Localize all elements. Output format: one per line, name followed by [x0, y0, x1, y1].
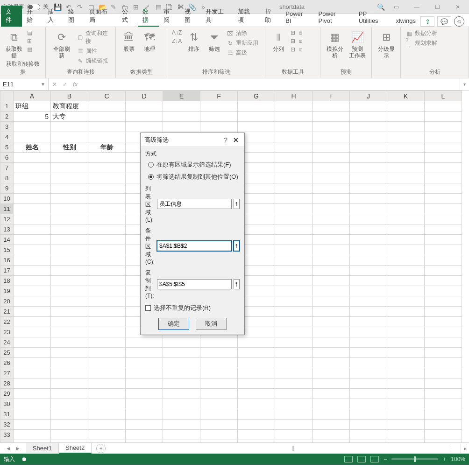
cell[interactable] — [350, 194, 387, 204]
cell[interactable] — [313, 378, 350, 389]
cell[interactable] — [14, 266, 51, 276]
cell[interactable] — [425, 132, 462, 142]
cell[interactable] — [88, 440, 126, 443]
row-header[interactable]: 4 — [0, 132, 14, 142]
cell[interactable] — [387, 255, 425, 266]
cell[interactable] — [51, 378, 88, 389]
cell[interactable] — [425, 235, 462, 245]
cell[interactable] — [387, 348, 425, 358]
sort-za-icon[interactable]: Z↓A — [171, 37, 183, 45]
sort-button[interactable]: ⇅ 排序 — [185, 29, 203, 53]
cell[interactable] — [275, 112, 313, 122]
cell[interactable] — [425, 173, 462, 183]
add-sheet-button[interactable]: + — [96, 444, 106, 453]
tool-icon6[interactable]: ⧇ — [298, 46, 304, 53]
cell[interactable] — [200, 358, 238, 368]
row-header[interactable]: 26 — [0, 358, 14, 368]
cell[interactable] — [350, 101, 387, 112]
cell[interactable] — [88, 173, 126, 183]
row-header[interactable]: 30 — [0, 399, 14, 409]
cancel-icon[interactable]: ✕ — [52, 81, 57, 88]
column-header[interactable]: K — [387, 91, 425, 101]
cell[interactable] — [275, 204, 313, 214]
cell[interactable] — [14, 194, 51, 204]
row-header[interactable]: 8 — [0, 173, 14, 183]
cell[interactable] — [14, 163, 51, 173]
get-data-button[interactable]: ⧉ 获取数 据 — [4, 29, 24, 60]
range-picker-icon[interactable]: ⭱ — [234, 241, 240, 251]
cell[interactable] — [387, 286, 425, 296]
cell[interactable] — [275, 389, 313, 399]
cell[interactable] — [51, 307, 88, 317]
cell[interactable] — [425, 101, 462, 112]
column-header[interactable]: D — [126, 91, 163, 101]
cell[interactable] — [387, 409, 425, 420]
tab-addins[interactable]: 加载项 — [233, 6, 260, 27]
row-header[interactable]: 33 — [0, 430, 14, 440]
from-text-icon[interactable]: ▤ — [26, 29, 33, 36]
cell[interactable] — [88, 307, 126, 317]
cell[interactable] — [51, 276, 88, 286]
account-icon[interactable]: ☺ — [454, 16, 464, 27]
cell[interactable] — [350, 368, 387, 378]
cell[interactable] — [163, 378, 200, 389]
cell[interactable] — [88, 409, 126, 420]
formula-expand-icon[interactable]: ▾ — [460, 78, 469, 90]
sheet-tab-1[interactable]: Sheet1 — [26, 443, 59, 453]
cell[interactable] — [313, 358, 350, 368]
cell[interactable] — [163, 399, 200, 409]
cell[interactable] — [425, 276, 462, 286]
cell[interactable] — [51, 296, 88, 307]
list-range-input[interactable] — [157, 199, 232, 209]
zoom-out-button[interactable]: − — [384, 456, 387, 462]
cell[interactable] — [200, 430, 238, 440]
maximize-button[interactable]: ☐ — [428, 0, 447, 14]
cell[interactable] — [387, 389, 425, 399]
cell[interactable] — [238, 112, 275, 122]
cell[interactable] — [163, 337, 200, 348]
cell[interactable] — [275, 173, 313, 183]
cell[interactable] — [425, 399, 462, 409]
cell[interactable] — [313, 296, 350, 307]
filter-button[interactable]: ⏷ 筛选 — [205, 29, 224, 53]
cell[interactable] — [425, 420, 462, 430]
row-header[interactable]: 22 — [0, 317, 14, 327]
cell[interactable] — [425, 327, 462, 337]
row-header[interactable]: 34 — [0, 440, 14, 443]
dialog-titlebar[interactable]: 高级筛选 ? ✕ — [141, 133, 244, 147]
cell[interactable] — [425, 317, 462, 327]
cell[interactable] — [387, 183, 425, 194]
cell[interactable] — [425, 286, 462, 296]
from-web-icon[interactable]: ⊞ — [26, 37, 33, 45]
cell[interactable] — [88, 276, 126, 286]
column-header[interactable]: A — [14, 91, 51, 101]
cell[interactable] — [275, 430, 313, 440]
row-header[interactable]: 2 — [0, 112, 14, 122]
cell[interactable] — [387, 101, 425, 112]
row-header[interactable]: 19 — [0, 286, 14, 296]
cell[interactable]: 性别 — [51, 142, 88, 153]
cell[interactable] — [14, 368, 51, 378]
cell[interactable] — [425, 204, 462, 214]
cell[interactable] — [14, 440, 51, 443]
row-header[interactable]: 12 — [0, 214, 14, 224]
cell[interactable] — [313, 337, 350, 348]
row-header[interactable]: 14 — [0, 235, 14, 245]
cell[interactable] — [163, 368, 200, 378]
cell[interactable] — [275, 214, 313, 224]
cell[interactable] — [350, 296, 387, 307]
sheet-prev-icon[interactable]: ◄ — [6, 445, 11, 452]
cell[interactable] — [313, 368, 350, 378]
cell[interactable] — [313, 183, 350, 194]
cell[interactable] — [350, 255, 387, 266]
cell[interactable] — [275, 224, 313, 235]
cell[interactable] — [425, 348, 462, 358]
cell[interactable] — [14, 358, 51, 368]
cell[interactable] — [238, 101, 275, 112]
outline-button[interactable]: ⊞ 分级显示 — [376, 29, 397, 60]
cell[interactable] — [14, 204, 51, 214]
cell[interactable] — [51, 214, 88, 224]
cell[interactable] — [14, 286, 51, 296]
unique-records-checkbox[interactable]: 选择不重复的记录(R) — [145, 304, 240, 312]
cell[interactable] — [14, 348, 51, 358]
